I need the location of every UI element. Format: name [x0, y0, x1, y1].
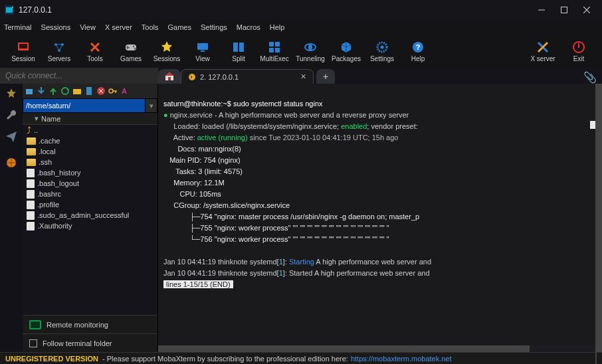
tab-close-icon[interactable]: ✕	[300, 72, 306, 81]
list-item[interactable]: ⤴..	[23, 125, 157, 136]
paperclip-icon[interactable]: 📎	[583, 71, 597, 84]
tb-help[interactable]: ?Help	[400, 41, 436, 62]
tb-session[interactable]: Session	[5, 41, 41, 62]
wrench-icon[interactable]	[5, 109, 17, 121]
menu-settings[interactable]: Settings	[201, 23, 227, 31]
menu-tools[interactable]: Tools	[142, 23, 159, 31]
quick-connect-input[interactable]	[0, 68, 158, 84]
font-icon[interactable]: A	[120, 86, 130, 96]
follow-label: Follow terminal folder	[43, 339, 112, 347]
terminal-scrollbar-vertical[interactable]	[595, 84, 602, 352]
svg-rect-31	[86, 87, 92, 95]
menu-help[interactable]: Help	[270, 23, 285, 31]
file-icon	[27, 211, 35, 220]
list-item[interactable]: .profile	[23, 199, 157, 210]
send-icon[interactable]	[5, 130, 17, 142]
menu-view[interactable]: View	[80, 23, 96, 31]
tb-settings[interactable]: Settings	[364, 41, 400, 62]
path-input[interactable]	[23, 98, 146, 113]
tb-packages[interactable]: Packages	[328, 41, 364, 62]
upload-icon[interactable]	[49, 86, 58, 96]
svg-point-10	[134, 47, 136, 48]
file-icon	[27, 201, 35, 209]
tb-games[interactable]: Games	[113, 41, 149, 62]
menu-terminal[interactable]: Terminal	[4, 23, 32, 31]
tab-home[interactable]	[158, 69, 181, 84]
download-icon[interactable]	[37, 86, 46, 96]
terminal-pane[interactable]: saturn@thinknote:~$ sudo systemctl statu…	[158, 84, 602, 352]
status-bar: UNREGISTERED VERSION - Please support Mo…	[0, 352, 602, 364]
tb-multiexec[interactable]: MultiExec	[256, 41, 292, 62]
home-icon	[165, 72, 174, 81]
titlebar: 127.0.0.1	[0, 0, 602, 20]
column-header-name[interactable]: ▾Name	[23, 113, 157, 125]
footer-link[interactable]: https://mobaxterm.mobatek.net	[351, 355, 452, 363]
svg-point-20	[308, 44, 312, 50]
list-item[interactable]: .local	[23, 146, 157, 157]
svg-rect-2	[561, 7, 567, 13]
close-button[interactable]	[575, 0, 598, 20]
remote-monitoring-toggle[interactable]: Remote monitoring	[23, 315, 157, 333]
newfile-icon[interactable]	[84, 86, 94, 96]
svg-rect-16	[275, 42, 280, 46]
file-list[interactable]: ⤴.. .cache .local .ssh .bash_history .ba…	[23, 125, 157, 315]
svg-rect-13	[233, 43, 238, 52]
newfolder-icon[interactable]	[72, 86, 82, 96]
list-item[interactable]: .bashrc	[23, 189, 157, 199]
tab-new[interactable]: +	[316, 69, 335, 84]
list-item[interactable]: .cache	[23, 136, 157, 146]
svg-point-22	[381, 45, 384, 48]
sidebar-narrow	[0, 84, 23, 352]
path-dropdown[interactable]: ▾	[146, 98, 157, 113]
svg-rect-30	[73, 89, 81, 94]
svg-point-9	[133, 45, 134, 46]
svg-rect-4	[19, 44, 27, 48]
menu-sessions[interactable]: Sessions	[41, 23, 71, 31]
menu-macros[interactable]: Macros	[237, 23, 260, 31]
browse-icon[interactable]	[25, 86, 34, 96]
delete-icon[interactable]	[96, 86, 106, 96]
tb-tunneling[interactable]: Tunneling	[292, 41, 328, 62]
tb-exit[interactable]: Exit	[561, 41, 597, 62]
follow-terminal-toggle[interactable]: Follow terminal folder	[23, 333, 157, 352]
list-item[interactable]: .bash_history	[23, 167, 157, 178]
quick-connect-row: 2. 127.0.0.1 ✕ + 📎	[0, 68, 602, 84]
tab-active-session[interactable]: 2. 127.0.0.1 ✕	[181, 69, 314, 84]
tb-xserver[interactable]: X server	[525, 41, 561, 62]
sort-arrow-icon: ▾	[35, 114, 39, 123]
file-icon	[27, 190, 35, 199]
svg-text:?: ?	[416, 43, 421, 51]
main-toolbar: Session Servers Tools Games Sessions Vie…	[0, 35, 602, 68]
list-item[interactable]: .Xauthority	[23, 221, 157, 231]
terminal-scrollbar-horizontal[interactable]	[158, 345, 595, 352]
folder-icon	[27, 148, 36, 155]
svg-text:A: A	[122, 87, 127, 95]
tb-sessions-btn[interactable]: Sessions	[149, 41, 185, 62]
list-item[interactable]: .bash_logout	[23, 178, 157, 189]
list-item[interactable]: .ssh	[23, 157, 157, 167]
menu-games[interactable]: Games	[168, 23, 191, 31]
tb-split[interactable]: Split	[221, 41, 256, 62]
menu-xserver[interactable]: X server	[105, 23, 132, 31]
list-item[interactable]: .sudo_as_admin_successful	[23, 210, 157, 221]
file-panel: A ▾ ▾Name ⤴.. .cache .local .ssh .bash_h…	[23, 84, 158, 352]
tb-tools[interactable]: Tools	[77, 41, 113, 62]
checkbox-icon	[29, 339, 37, 347]
globe-icon[interactable]	[5, 157, 17, 169]
tb-view[interactable]: View	[185, 41, 221, 62]
svg-rect-15	[269, 42, 274, 46]
maximize-button[interactable]	[553, 0, 575, 20]
minimize-button[interactable]	[530, 0, 553, 20]
star-icon[interactable]	[5, 88, 17, 100]
main-area: A ▾ ▾Name ⤴.. .cache .local .ssh .bash_h…	[0, 84, 602, 352]
key-icon[interactable]	[108, 86, 118, 96]
tb-servers[interactable]: Servers	[41, 41, 77, 62]
tab-label: 2. 127.0.0.1	[200, 73, 239, 81]
terminal-icon	[188, 73, 196, 81]
file-icon	[27, 222, 35, 230]
tab-bar: 2. 127.0.0.1 ✕ + 📎	[158, 68, 602, 84]
svg-rect-17	[269, 48, 274, 52]
refresh-icon[interactable]	[60, 86, 70, 96]
svg-rect-11	[197, 43, 208, 50]
unregistered-label: UNREGISTERED VERSION	[5, 355, 98, 363]
